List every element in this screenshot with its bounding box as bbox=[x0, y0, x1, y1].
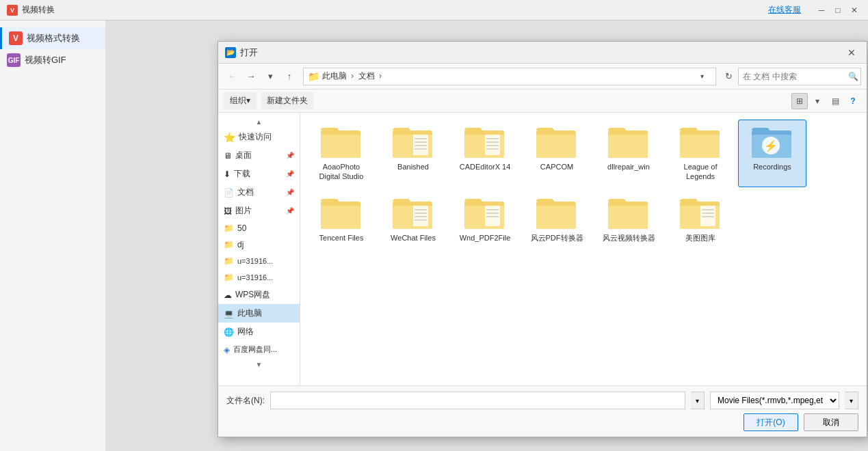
nav-label-baidu: 百度网盘同... bbox=[233, 344, 277, 355]
nav-scroll-up[interactable]: ▲ bbox=[218, 115, 300, 128]
sidebar-item-video-convert[interactable]: V 视频格式转换 bbox=[0, 27, 105, 49]
file-label-tencent: Tencent Files bbox=[319, 233, 364, 243]
address-toolbar: ← → ▾ ↑ 📁 此电脑 › 文档 › ▾ ↻ 🔍 bbox=[218, 64, 867, 90]
maximize-button[interactable]: □ bbox=[831, 3, 845, 17]
nav-item-baidu[interactable]: ◈ 百度网盘同... bbox=[218, 341, 300, 358]
folder-icon-tencent bbox=[321, 196, 362, 230]
nav-item-u1[interactable]: 📁 u=31916... bbox=[218, 253, 300, 269]
nav-item-desktop[interactable]: 🖥 桌面 📌 bbox=[218, 146, 300, 165]
back-button[interactable]: ← bbox=[224, 68, 240, 85]
filetype-select[interactable]: Movie Files(*.rmvb,*.mpeg,et bbox=[710, 392, 839, 409]
title-bar: V 视频转换 在线客服 ─ □ ✕ bbox=[0, 0, 868, 20]
file-item-dllrepair[interactable]: dllrepair_win bbox=[594, 120, 663, 187]
folder-icon-league bbox=[680, 125, 721, 159]
file-item-cad[interactable]: CADEditorX 14 bbox=[451, 120, 519, 187]
video-gif-icon: GIF bbox=[7, 53, 21, 67]
recent-button[interactable]: ▾ bbox=[262, 68, 278, 85]
file-label-dllrepair: dllrepair_win bbox=[607, 162, 650, 172]
file-label-recordings: Recordings bbox=[753, 162, 791, 172]
file-item-banished[interactable]: Banished bbox=[379, 120, 447, 187]
documents-pin-icon: 📌 bbox=[286, 189, 294, 196]
file-item-tencent[interactable]: Tencent Files bbox=[307, 191, 376, 248]
filename-label: 文件名(N): bbox=[226, 395, 265, 407]
search-bar[interactable]: 🔍 bbox=[738, 68, 861, 85]
refresh-button[interactable]: ↻ bbox=[722, 70, 735, 83]
folder-u2-icon: 📁 bbox=[224, 273, 234, 282]
nav-item-documents[interactable]: 📄 文档 📌 bbox=[218, 183, 300, 202]
up-button[interactable]: ↑ bbox=[281, 68, 298, 85]
nav-label-wps: WPS网盘 bbox=[235, 289, 270, 301]
view-dropdown-button[interactable]: ▾ bbox=[809, 93, 826, 109]
nav-scroll-down[interactable]: ▼ bbox=[218, 358, 300, 370]
nav-item-pictures[interactable]: 🖼 图片 📌 bbox=[218, 202, 300, 220]
file-item-aoao[interactable]: AoaoPhoto Digital Studio bbox=[307, 120, 376, 187]
organize-button[interactable]: 组织▾ bbox=[224, 92, 257, 109]
folder-icon-recordings: ⚡ bbox=[752, 125, 793, 159]
network-icon: 🌐 bbox=[224, 327, 234, 337]
nav-item-quick-access[interactable]: ⭐ 快速访问 bbox=[218, 128, 300, 146]
baidu-icon: ◈ bbox=[224, 345, 230, 355]
sidebar-item-video-gif[interactable]: GIF 视频转GIF bbox=[0, 49, 105, 71]
large-icon-view-button[interactable]: ⊞ bbox=[791, 93, 808, 109]
address-bar[interactable]: 📁 此电脑 › 文档 › ▾ bbox=[303, 68, 716, 85]
details-pane-button[interactable]: ▤ bbox=[827, 93, 843, 109]
file-item-fengyun-pdf[interactable]: 风云PDF转换器 bbox=[523, 191, 591, 248]
nav-item-50[interactable]: 📁 50 bbox=[218, 220, 300, 236]
svg-rect-11 bbox=[485, 135, 500, 155]
nav-label-50: 50 bbox=[237, 223, 246, 233]
downloads-pin-icon: 📌 bbox=[286, 170, 294, 178]
nav-item-downloads[interactable]: ⬇ 下载 📌 bbox=[218, 165, 300, 183]
address-part-docs: 文档 bbox=[358, 71, 375, 81]
nav-label-dj: dj bbox=[237, 240, 244, 249]
cancel-button[interactable]: 取消 bbox=[804, 413, 858, 431]
search-input[interactable] bbox=[743, 72, 845, 81]
file-item-fengyun-video[interactable]: 风云视频转换器 bbox=[594, 191, 663, 248]
file-item-meitu[interactable]: 美图图库 bbox=[666, 191, 735, 248]
nav-item-network[interactable]: 🌐 网络 bbox=[218, 323, 300, 341]
file-item-wnd-pdf[interactable]: Wnd_PDF2File bbox=[451, 191, 519, 248]
nav-label-quick-access: 快速访问 bbox=[239, 131, 272, 143]
file-item-capcom[interactable]: CAPCOM bbox=[523, 120, 591, 187]
nav-label-documents: 文档 bbox=[237, 187, 254, 198]
pictures-icon: 🖼 bbox=[224, 206, 232, 216]
nav-item-wps[interactable]: ☁ WPS网盘 bbox=[218, 286, 300, 304]
desktop-icon: 🖥 bbox=[224, 151, 232, 161]
nav-item-u2[interactable]: 📁 u=31916... bbox=[218, 269, 300, 286]
file-item-wechat[interactable]: WeChat Files bbox=[379, 191, 447, 248]
file-label-fengyun-video: 风云视频转换器 bbox=[603, 233, 655, 243]
service-link[interactable]: 在线客服 bbox=[768, 4, 801, 16]
dialog-close-button[interactable]: ✕ bbox=[843, 44, 860, 61]
nav-label-downloads: 下载 bbox=[234, 168, 250, 180]
help-button[interactable]: ? bbox=[845, 93, 861, 109]
filename-row: 文件名(N): ▾ Movie Files(*.rmvb,*.mpeg,et ▾ bbox=[226, 392, 858, 409]
nav-label-u1: u=31916... bbox=[237, 257, 273, 265]
filename-dropdown-icon[interactable]: ▾ bbox=[691, 392, 705, 409]
minimize-button[interactable]: ─ bbox=[815, 3, 828, 17]
file-item-league[interactable]: League of Legends bbox=[666, 120, 735, 187]
file-item-recordings[interactable]: ⚡ Recordings bbox=[738, 120, 806, 187]
app-area: V 视频格式转换 GIF 视频转GIF 📂 打开 ✕ ← → ▾ ↑ bbox=[0, 20, 868, 451]
this-pc-icon: 💻 bbox=[224, 309, 234, 318]
svg-text:⚡: ⚡ bbox=[764, 139, 778, 152]
downloads-icon: ⬇ bbox=[224, 169, 231, 179]
open-button[interactable]: 打开(O) bbox=[744, 413, 798, 431]
nav-item-dj[interactable]: 📁 dj bbox=[218, 236, 300, 253]
svg-rect-27 bbox=[321, 206, 360, 229]
svg-rect-44 bbox=[608, 206, 648, 229]
folder-icon-fengyun-video bbox=[608, 196, 649, 230]
nav-item-this-pc[interactable]: 💻 此电脑 bbox=[218, 304, 300, 323]
close-button[interactable]: ✕ bbox=[847, 3, 861, 17]
filetype-dropdown-icon[interactable]: ▾ bbox=[845, 392, 858, 409]
forward-button[interactable]: → bbox=[243, 68, 259, 85]
filename-input[interactable] bbox=[270, 392, 685, 409]
action-row: 打开(O) 取消 bbox=[226, 413, 858, 431]
svg-rect-42 bbox=[536, 206, 576, 229]
new-folder-button[interactable]: 新建文件夹 bbox=[261, 92, 314, 109]
folder-icon-wnd-pdf bbox=[464, 196, 505, 230]
file-label-fengyun-pdf: 风云PDF转换器 bbox=[531, 233, 583, 243]
sidebar-video-gif-label: 视频转GIF bbox=[25, 54, 66, 66]
file-label-capcom: CAPCOM bbox=[540, 162, 573, 172]
address-dropdown-icon[interactable]: ▾ bbox=[700, 72, 711, 80]
folder-50-icon: 📁 bbox=[224, 223, 234, 233]
svg-rect-30 bbox=[413, 206, 428, 226]
